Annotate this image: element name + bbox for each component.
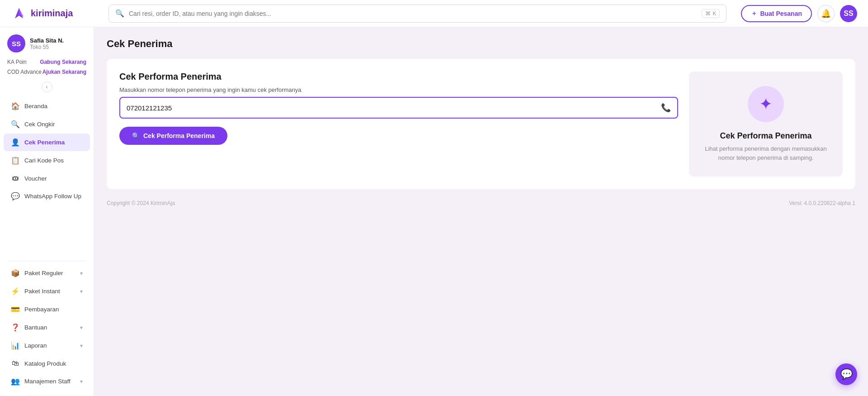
chevron-laporan: ▾ (80, 343, 83, 349)
nav-icon-laporan: 📊 (11, 341, 20, 350)
nav-label-katalog-produk: Katalog Produk (24, 360, 66, 367)
nav-icon-beranda: 🏠 (11, 102, 20, 110)
nav-label-beranda: Beranda (24, 103, 47, 110)
nav-icon-manajemen-staff: 👥 (11, 377, 20, 386)
avatar[interactable]: SS (840, 5, 857, 22)
nav-icon-cek-penerima: 👤 (11, 138, 20, 147)
collapse-button[interactable]: ‹ (42, 81, 52, 92)
sidebar-item-laporan[interactable]: 📊 Laporan ▾ (4, 337, 90, 354)
star-icon: ✦ (759, 95, 773, 114)
chevron-bantuan: ▾ (80, 324, 83, 331)
chevron-paket-reguler: ▾ (80, 270, 83, 277)
sidebar-item-cari-kode-pos[interactable]: 📋 Cari Kode Pos (4, 152, 90, 169)
plus-icon: ＋ (751, 10, 757, 18)
sidebar-item-manajemen-staff[interactable]: 👥 Manajemen Staff ▾ (4, 372, 90, 390)
user-store: Toko 55 (30, 44, 64, 50)
cod-label: COD Advance (7, 69, 42, 75)
phone-input-wrapper: 📞 (119, 97, 678, 119)
card-right-desc: Lihat performa penerima dengan memasukka… (700, 144, 832, 162)
sidebar: SS Safia Sita N. Toko 55 KA Poin Gabung … (0, 27, 94, 396)
nav-icon-cek-ongkir: 🔍 (11, 120, 20, 129)
footer-version: Versi: 4.0.0.220822-alpha 1 (789, 200, 855, 206)
card: Cek Performa Penerima Masukkan nomor tel… (107, 59, 855, 189)
phone-input[interactable] (127, 104, 661, 112)
search-shortcut: ⌘ K (702, 9, 720, 18)
nav-section-bottom: 📦 Paket Reguler ▾ ⚡ Paket Instant ▾ 💳 Pe… (0, 264, 94, 391)
card-left: Cek Performa Penerima Masukkan nomor tel… (119, 72, 678, 177)
logo-text: kiriminaja (31, 8, 73, 19)
card-right: ✦ Cek Performa Penerima Lihat performa p… (689, 72, 843, 177)
notification-button[interactable]: 🔔 (817, 5, 835, 22)
chevron-paket-instant: ▾ (80, 288, 83, 295)
user-name: Safia Sita N. (30, 37, 64, 44)
sidebar-item-cek-ongkir[interactable]: 🔍 Cek Ongkir (4, 115, 90, 133)
sidebar-item-cek-penerima[interactable]: 👤 Cek Penerima (4, 134, 90, 151)
search-input[interactable] (129, 10, 697, 17)
nav-label-cari-kode-pos: Cari Kode Pos (24, 157, 64, 164)
nav-icon-bantuan: ❓ (11, 323, 20, 332)
nav-divider (7, 261, 86, 261)
nav-label-whatsapp-follow-up: WhatsApp Follow Up (24, 193, 81, 200)
ka-poin-row: KA Poin Gabung Sekarang (0, 57, 94, 67)
nav-icon-voucher: 🎟 (11, 174, 20, 182)
cod-row: COD Advance Ajukan Sekarang (0, 67, 94, 77)
nav-icon-paket-reguler: 📦 (11, 269, 20, 277)
nav-icon-katalog-produk: 🛍 (11, 359, 20, 367)
nav-label-voucher: Voucher (24, 175, 47, 182)
nav-label-paket-reguler: Paket Reguler (24, 270, 63, 277)
footer: Copyright © 2024 KiriminAja Versi: 4.0.0… (107, 200, 855, 206)
sidebar-item-beranda[interactable]: 🏠 Beranda (4, 97, 90, 115)
nav-label-cek-penerima: Cek Penerima (24, 139, 65, 146)
sidebar-item-bantuan[interactable]: ❓ Bantuan ▾ (4, 319, 90, 336)
page-title: Cek Penerima (107, 38, 855, 50)
chat-widget[interactable]: 💬 (835, 363, 857, 385)
user-section: SS Safia Sita N. Toko 55 (0, 27, 94, 57)
search-icon: 🔍 (115, 9, 124, 18)
promo-icon-circle: ✦ (748, 86, 784, 122)
user-info: Safia Sita N. Toko 55 (30, 37, 64, 50)
card-form-label: Masukkan nomor telepon penerima yang ing… (119, 86, 678, 93)
nav-section: 🏠 Beranda 🔍 Cek Ongkir 👤 Cek Penerima 📋 … (0, 97, 94, 258)
search-bar[interactable]: 🔍 ⌘ K (108, 5, 726, 23)
nav-icon-pembayaran: 💳 (11, 305, 20, 314)
nav-label-laporan: Laporan (24, 342, 47, 349)
nav-label-pembayaran: Pembayaran (24, 306, 59, 313)
sidebar-item-whatsapp-follow-up[interactable]: 💬 WhatsApp Follow Up (4, 187, 90, 205)
nav-label-manajemen-staff: Manajemen Staff (24, 378, 71, 385)
nav-icon-cari-kode-pos: 📋 (11, 156, 20, 165)
topbar: kiriminaja 🔍 ⌘ K ＋ Buat Pesanan 🔔 SS (0, 0, 868, 27)
buat-pesanan-button[interactable]: ＋ Buat Pesanan (741, 5, 812, 22)
footer-copyright: Copyright © 2024 KiriminAja (107, 200, 175, 206)
sidebar-item-pembayaran[interactable]: 💳 Pembayaran (4, 301, 90, 318)
logo: kiriminaja (11, 5, 101, 22)
nav-icon-paket-instant: ⚡ (11, 287, 20, 296)
chevron-manajemen-staff: ▾ (80, 378, 83, 385)
cek-performa-button[interactable]: 🔍 Cek Performa Penerima (119, 127, 227, 145)
ka-poin-link[interactable]: Gabung Sekarang (40, 59, 86, 65)
logo-icon (11, 5, 27, 22)
card-right-title: Cek Performa Penerima (720, 131, 811, 141)
main-content: Cek Penerima Cek Performa Penerima Masuk… (94, 27, 868, 396)
user-avatar: SS (7, 34, 25, 52)
layout: SS Safia Sita N. Toko 55 KA Poin Gabung … (0, 27, 868, 396)
nav-icon-whatsapp-follow-up: 💬 (11, 192, 20, 200)
sidebar-item-katalog-produk[interactable]: 🛍 Katalog Produk (4, 355, 90, 372)
nav-label-cek-ongkir: Cek Ongkir (24, 121, 55, 128)
sidebar-item-voucher[interactable]: 🎟 Voucher (4, 170, 90, 187)
sidebar-item-paket-reguler[interactable]: 📦 Paket Reguler ▾ (4, 264, 90, 282)
search-icon-btn: 🔍 (132, 132, 140, 139)
card-form-title: Cek Performa Penerima (119, 72, 678, 82)
cod-link[interactable]: Ajukan Sekarang (42, 69, 86, 75)
ka-poin-label: KA Poin (7, 59, 27, 65)
sidebar-item-paket-instant[interactable]: ⚡ Paket Instant ▾ (4, 282, 90, 300)
topbar-right: ＋ Buat Pesanan 🔔 SS (741, 5, 857, 22)
nav-label-bantuan: Bantuan (24, 324, 47, 331)
phone-icon: 📞 (661, 103, 671, 113)
nav-label-paket-instant: Paket Instant (24, 288, 60, 295)
